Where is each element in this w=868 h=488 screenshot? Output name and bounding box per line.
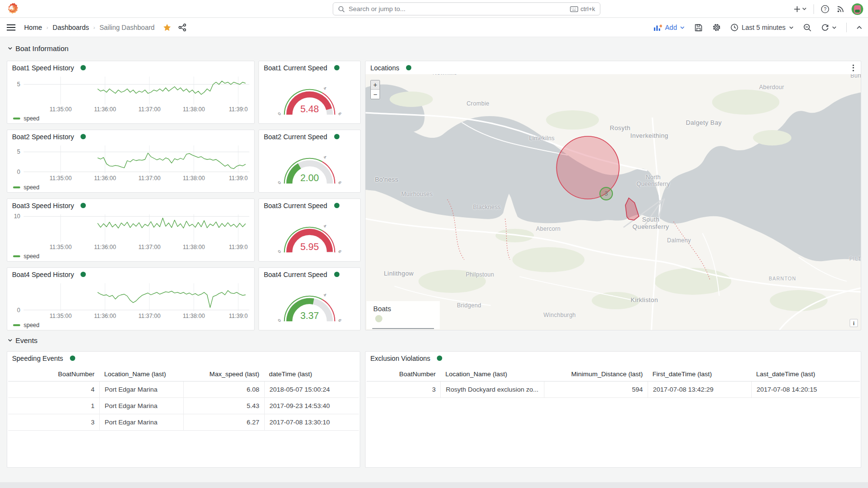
bottom-scrollbar-track[interactable] [0, 482, 868, 488]
gear-icon [712, 23, 721, 32]
timeseries-chart[interactable]: 5011:35:0011:36:0011:37:0011:38:0011:39:… [7, 143, 254, 182]
panel-health-icon [70, 356, 75, 361]
collapse-toolbar-button[interactable] [856, 26, 862, 29]
timeseries-chart[interactable]: 511:35:0011:36:0011:37:0011:38:0011:39:0 [7, 74, 254, 113]
column-header[interactable]: Location_Name (last) [440, 367, 544, 381]
table-row[interactable]: 3Rosyth Dockyard exclusion zo...5942017-… [366, 382, 860, 398]
add-label: Add [665, 24, 677, 31]
column-header[interactable]: dateTime (last) [264, 367, 359, 381]
map-attribution-button[interactable]: i [850, 319, 858, 327]
svg-text:11:37:00: 11:37:00 [138, 106, 161, 113]
grafana-logo[interactable] [6, 2, 19, 15]
column-header[interactable]: First_dateTime (last) [648, 367, 751, 381]
column-header[interactable]: BoatNumber [8, 367, 99, 381]
column-header[interactable]: Last_dateTime (last) [751, 367, 860, 381]
svg-text:11:39:0: 11:39:0 [229, 106, 247, 113]
panel-health-icon [81, 272, 86, 277]
chart-legend[interactable]: speed [7, 182, 254, 192]
chart-legend[interactable]: speed [7, 320, 254, 330]
news-button[interactable] [836, 5, 845, 13]
svg-text:5.48: 5.48 [300, 104, 319, 114]
chevron-up-icon [856, 26, 862, 29]
chevron-down-icon [802, 7, 807, 11]
share-icon [178, 24, 186, 31]
panel-boat2-current-speed: Boat2 Current Speed 0462.00 [258, 130, 361, 193]
svg-text:0: 0 [17, 307, 20, 314]
panel-menu-icon[interactable] [851, 63, 856, 73]
refresh-button[interactable] [821, 24, 837, 31]
search-input[interactable]: Search or jump to... ctrl+k [333, 2, 600, 15]
column-header[interactable]: Location_Name (last) [99, 367, 183, 381]
column-header[interactable]: Minimum_Distance (last) [544, 367, 648, 381]
table-row[interactable]: 4Port Edgar Marina6.082018-05-07 15:00:2… [8, 382, 359, 398]
panel-speeding-events: Speeding Events BoatNumberLocation_Name … [7, 351, 360, 468]
share-button[interactable] [178, 24, 186, 31]
svg-text:11:36:00: 11:36:00 [94, 244, 116, 251]
zoom-out-time-button[interactable] [803, 24, 812, 32]
gauge: 0465.48 [259, 74, 360, 123]
dashboard-settings-button[interactable] [712, 23, 721, 32]
breadcrumb-home[interactable]: Home [24, 24, 42, 31]
favorite-button[interactable] [163, 24, 171, 31]
panel-title: Boat2 Speed History [12, 133, 74, 141]
panel-health-icon [81, 203, 86, 208]
section-title: Boat Information [15, 44, 68, 53]
timeseries-chart[interactable]: 011:35:0011:36:0011:37:0011:38:0011:39:0 [7, 281, 254, 320]
panel-title: Boat4 Speed History [12, 271, 74, 278]
table-row[interactable]: 3Port Edgar Marina6.272017-07-08 13:30:1… [8, 414, 359, 431]
panel-title: Boat1 Speed History [12, 64, 74, 72]
search-icon [338, 6, 345, 13]
svg-text:11:35:00: 11:35:00 [50, 313, 72, 319]
column-header[interactable]: Max_speed (last) [183, 367, 264, 381]
svg-text:6: 6 [337, 111, 342, 116]
column-header[interactable]: BoatNumber [366, 367, 440, 381]
add-panel-button[interactable]: Add [653, 24, 685, 31]
timeseries-chart[interactable]: 1011:35:0011:36:0011:37:0011:38:0011:39:… [7, 212, 254, 251]
chevron-down-icon [832, 26, 837, 29]
section-title: Events [15, 336, 38, 344]
table-cell: 3 [8, 414, 99, 430]
row-events[interactable]: Events [8, 336, 38, 344]
chart-legend[interactable]: speed [7, 113, 254, 123]
panel-exclusion-violations: Exclusion Violations BoatNumberLocation_… [365, 351, 861, 468]
panel-health-icon [81, 65, 86, 70]
map-legend: Boats [366, 301, 440, 329]
help-button[interactable]: ? [821, 5, 829, 13]
svg-text:0: 0 [277, 180, 282, 185]
panel-health-icon [437, 356, 442, 361]
series-label: speed [24, 322, 40, 329]
map-zoom-in-button[interactable]: + [371, 80, 380, 90]
svg-text:5: 5 [17, 148, 20, 155]
svg-text:11:35:00: 11:35:00 [50, 106, 72, 113]
table-header-row: BoatNumberLocation_Name (last)Minimum_Di… [366, 367, 860, 382]
table-row[interactable]: 1Port Edgar Marina5.432017-09-23 14:53:4… [8, 398, 359, 414]
svg-text:11:39:0: 11:39:0 [229, 244, 247, 251]
table-header-row: BoatNumberLocation_Name (last)Max_speed … [8, 367, 359, 382]
chevron-down-icon [8, 47, 13, 50]
geomap[interactable]: 3 NewmillsCrombieLimekilnsRosythInverkei… [366, 74, 861, 330]
svg-text:5.95: 5.95 [300, 241, 319, 252]
map-zoom-out-button[interactable]: − [371, 90, 380, 99]
table-cell: 1 [8, 398, 99, 414]
panel-boat3-current-speed: Boat3 Current Speed 0465.95 [258, 198, 361, 262]
menu-button[interactable] [7, 24, 15, 31]
panel-health-icon [81, 134, 86, 139]
new-button[interactable] [794, 6, 807, 13]
panel-boat4-speed-history: Boat4 Speed History 011:35:0011:36:0011:… [7, 267, 255, 330]
map-zoom-control: + − [370, 80, 380, 99]
svg-text:11:36:00: 11:36:00 [94, 175, 116, 182]
divider [846, 23, 847, 32]
breadcrumb-dashboards[interactable]: Dashboards [53, 24, 89, 31]
save-icon [694, 24, 703, 32]
svg-text:6: 6 [337, 318, 342, 323]
row-boat-information[interactable]: Boat Information [8, 44, 68, 53]
plus-icon [794, 6, 800, 13]
chart-legend[interactable]: speed [7, 251, 254, 261]
time-range-picker[interactable]: Last 5 minutes [731, 24, 794, 31]
save-dashboard-button[interactable] [694, 24, 703, 32]
svg-text:11:35:00: 11:35:00 [50, 244, 72, 251]
rss-icon [836, 5, 845, 13]
map-markers-layer: 3 [366, 74, 861, 330]
exclusion-zone-polygon[interactable] [625, 198, 639, 220]
user-avatar[interactable] [852, 3, 863, 15]
